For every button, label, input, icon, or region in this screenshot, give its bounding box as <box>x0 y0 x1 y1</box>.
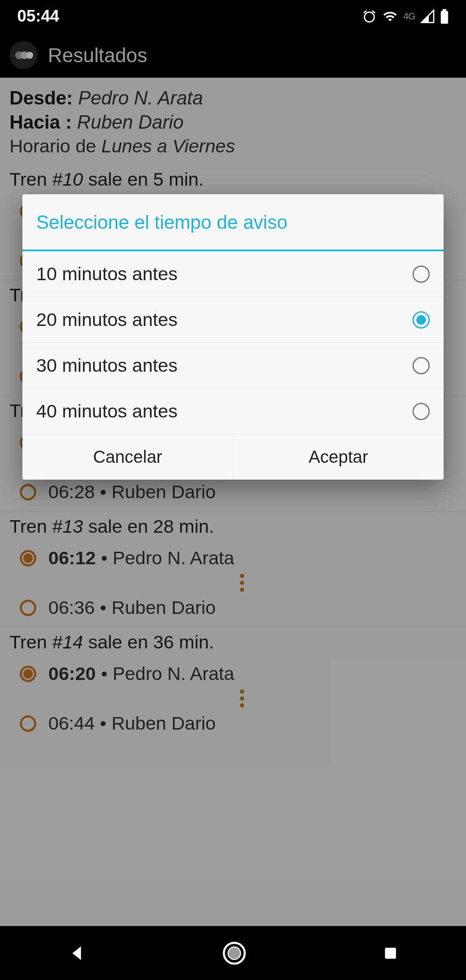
page-title: Resultados <box>48 44 147 67</box>
status-bar: 05:44 4G <box>0 0 466 32</box>
radio-icon[interactable] <box>412 311 430 329</box>
cancel-button[interactable]: Cancelar <box>22 434 233 480</box>
wifi-icon <box>382 9 398 24</box>
dialog-buttons: Cancelar Aceptar <box>22 434 444 480</box>
svg-point-4 <box>26 52 33 59</box>
nav-bar <box>0 926 466 980</box>
svg-rect-7 <box>385 948 396 958</box>
network-label: 4G <box>403 11 415 22</box>
notice-option[interactable]: 10 minutos antes <box>22 251 444 297</box>
notice-option[interactable]: 40 minutos antes <box>22 389 444 434</box>
option-label: 40 minutos antes <box>36 401 177 422</box>
signal-icon <box>420 9 435 24</box>
status-icons: 4G <box>362 9 449 24</box>
option-label: 10 minutos antes <box>36 263 177 285</box>
back-icon[interactable] <box>68 944 86 962</box>
app-logo <box>9 41 38 69</box>
radio-icon[interactable] <box>412 357 430 374</box>
home-icon[interactable] <box>222 941 247 966</box>
notice-option[interactable]: 20 minutos antes <box>22 297 444 343</box>
app-header: Resultados <box>0 32 466 78</box>
battery-icon <box>440 9 449 24</box>
notice-option[interactable]: 30 minutos antes <box>22 343 444 389</box>
accept-button[interactable]: Aceptar <box>233 434 444 480</box>
alarm-icon <box>362 9 377 24</box>
radio-icon[interactable] <box>412 266 430 283</box>
svg-point-6 <box>228 947 240 959</box>
svg-rect-0 <box>441 11 448 24</box>
logo-icon <box>14 49 33 61</box>
recent-icon[interactable] <box>383 945 398 961</box>
option-label: 30 minutos antes <box>36 355 177 376</box>
radio-icon[interactable] <box>412 403 430 420</box>
option-label: 20 minutos antes <box>36 309 177 330</box>
status-time: 05:44 <box>17 7 59 25</box>
dialog-title: Seleccione el tiempo de aviso <box>22 194 444 251</box>
svg-rect-1 <box>443 9 447 12</box>
notice-time-dialog: Seleccione el tiempo de aviso 10 minutos… <box>22 194 444 480</box>
